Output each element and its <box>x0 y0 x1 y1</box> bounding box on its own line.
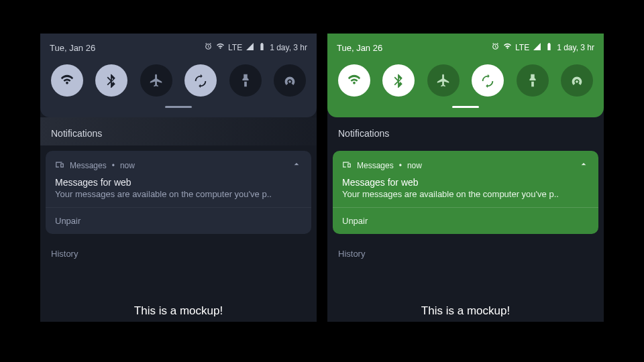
qs-tile-bluetooth[interactable] <box>95 64 127 97</box>
qs-tile-autorotate[interactable] <box>184 64 217 97</box>
quick-settings-panel: Tue, Jan 26 LTE 1 day, 3 hr <box>327 34 604 117</box>
alarm-icon <box>491 42 500 53</box>
notification-sep: • <box>112 161 115 170</box>
qs-tile-autorotate[interactable] <box>472 64 504 97</box>
footer-row: History <box>327 234 604 259</box>
collapse-chevron-icon[interactable] <box>578 159 589 172</box>
status-bar: Tue, Jan 26 LTE 1 day, 3 hr <box>50 40 307 55</box>
status-date: Tue, Jan 26 <box>50 43 95 53</box>
battery-icon <box>545 42 553 53</box>
qs-tile-flashlight[interactable] <box>229 64 262 97</box>
notification-title: Messages for web <box>342 177 589 188</box>
quick-settings-tiles <box>50 64 307 97</box>
drag-handle[interactable] <box>165 106 192 108</box>
drag-handle[interactable] <box>452 106 479 108</box>
qs-tile-airplane[interactable] <box>140 64 172 97</box>
mockup-label: This is a mockup! <box>40 304 317 318</box>
devices-icon <box>342 160 352 171</box>
alarm-icon <box>204 42 213 53</box>
notification-app: Messages <box>70 161 107 170</box>
notification-sep: • <box>399 161 402 170</box>
notification-app: Messages <box>357 161 394 170</box>
qs-tile-hotspot[interactable] <box>274 64 306 97</box>
notification-shade-green: Tue, Jan 26 LTE 1 day, 3 hr <box>327 34 604 322</box>
notification-text: Your messages are available on the compu… <box>342 189 589 199</box>
footer-row: History <box>40 234 317 259</box>
signal-icon <box>533 42 541 53</box>
status-icons: LTE 1 day, 3 hr <box>491 42 594 53</box>
notification-body: Messages for web Your messages are avail… <box>46 176 311 207</box>
battery-text: 1 day, 3 hr <box>270 43 307 52</box>
status-date: Tue, Jan 26 <box>337 43 382 53</box>
battery-text: 1 day, 3 hr <box>557 43 594 52</box>
qs-tile-airplane[interactable] <box>427 64 460 97</box>
notification-header: Messages • now <box>333 151 598 176</box>
status-icons: LTE 1 day, 3 hr <box>204 42 307 53</box>
notification-shade-dark: Tue, Jan 26 LTE 1 day, 3 hr <box>40 34 317 322</box>
collapse-chevron-icon[interactable] <box>291 159 302 172</box>
notification-body: Messages for web Your messages are avail… <box>333 176 598 207</box>
notification-card[interactable]: Messages • now Messages for web Your mes… <box>333 151 598 234</box>
notification-card[interactable]: Messages • now Messages for web Your mes… <box>46 151 311 234</box>
wifi-status-icon <box>216 42 225 53</box>
qs-tile-wifi[interactable] <box>338 64 370 97</box>
notification-title: Messages for web <box>55 177 302 188</box>
notifications-section-header: Notifications <box>327 117 604 145</box>
wifi-status-icon <box>503 42 512 53</box>
mockup-label: This is a mockup! <box>327 304 604 318</box>
history-button[interactable]: History <box>338 249 365 259</box>
quick-settings-panel: Tue, Jan 26 LTE 1 day, 3 hr <box>40 34 317 117</box>
qs-tile-hotspot[interactable] <box>561 64 593 97</box>
notification-header: Messages • now <box>46 151 311 176</box>
notification-text: Your messages are available on the compu… <box>55 189 302 199</box>
notifications-section-header: Notifications <box>40 117 317 145</box>
qs-tile-bluetooth[interactable] <box>382 64 415 97</box>
notification-time: now <box>120 161 135 170</box>
qs-tile-wifi[interactable] <box>51 64 83 97</box>
devices-icon <box>55 160 64 171</box>
notification-action-unpair[interactable]: Unpair <box>333 207 598 234</box>
network-label: LTE <box>228 43 242 52</box>
notification-time: now <box>407 161 422 170</box>
signal-icon <box>246 42 254 53</box>
battery-icon <box>258 42 266 53</box>
history-button[interactable]: History <box>51 249 78 259</box>
quick-settings-tiles <box>337 64 594 97</box>
notification-action-unpair[interactable]: Unpair <box>46 207 311 234</box>
qs-tile-flashlight[interactable] <box>517 64 549 97</box>
status-bar: Tue, Jan 26 LTE 1 day, 3 hr <box>337 40 594 55</box>
network-label: LTE <box>515 43 529 52</box>
